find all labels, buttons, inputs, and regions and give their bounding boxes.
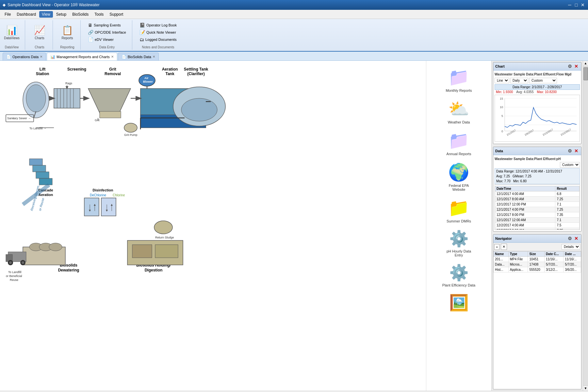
folder-reports-img[interactable]: 🖼️ — [439, 294, 479, 313]
data-table-row[interactable]: 12/2/2017 4:00 AM7.5 — [495, 223, 580, 228]
ribbon-col-notes: 📓 Operator Log Book 📝 Quick Note Viewer … — [138, 22, 179, 43]
navigator-delete-button[interactable]: ✕ — [501, 244, 507, 250]
tab-operations-close[interactable]: ✕ — [40, 55, 42, 58]
chart-range-select[interactable]: Custom Last 30 Days — [529, 78, 557, 83]
vertical-scrollbar[interactable]: ▲ ▼ — [583, 61, 588, 391]
menu-setup[interactable]: Setup — [54, 11, 69, 18]
navigator-add-button[interactable]: + — [494, 244, 499, 250]
close-button[interactable]: ✕ — [580, 2, 585, 8]
nav-cell-size: 10451 — [528, 257, 544, 262]
tab-management-reports[interactable]: 📊 Management Reports and Charts ✕ — [47, 53, 117, 60]
svg-text:15: 15 — [500, 97, 503, 100]
data-panel-title: Data — [495, 149, 503, 153]
navigator-details-select[interactable]: Details Icons — [562, 244, 580, 250]
navigator-settings-button[interactable]: ⚙ — [567, 236, 573, 241]
menu-dashboard[interactable]: Dashboard — [14, 11, 39, 18]
data-cell-result: 7.1 — [555, 218, 580, 223]
folder-summer-dmrs[interactable]: 📁 Summer DMRs — [439, 198, 479, 223]
menu-file[interactable]: File — [2, 11, 13, 18]
nav-table-row[interactable]: Data... Micros... 17408 5/7/20... 5/7/20… — [494, 262, 581, 267]
navigator-close-button[interactable]: ✕ — [573, 236, 579, 241]
svg-text:Tank: Tank — [165, 72, 174, 76]
monthly-reports-icon: 📁 — [448, 67, 469, 87]
folder-ph-hourly[interactable]: ⚙️ pH Hourly DataEntry — [439, 230, 479, 257]
svg-text:Grit: Grit — [109, 67, 116, 72]
quick-note-button[interactable]: 📝 Quick Note Viewer — [138, 29, 179, 36]
data-table-row[interactable]: 12/1/2017 8:00 PM7.35 — [495, 212, 580, 218]
charts-button[interactable]: 📈 Charts — [30, 24, 49, 41]
main-content: Lift Station Screening Grit Removal Aera… — [0, 61, 588, 391]
data-settings-button[interactable]: ⚙ — [567, 148, 573, 154]
sampling-events-label: Sampling Events — [94, 23, 121, 27]
chart-svg-container: 15 10 5 0 2/1/2017 2/8/2017 2/15/2017 2/… — [495, 95, 580, 142]
nav-cell-size: 17408 — [528, 262, 544, 267]
nav-cell-name: Data... — [494, 262, 509, 267]
ribbon-group-dataentry: 🖥 Sampling Events 🔗 OPC/DDE Interface 📄 … — [86, 20, 132, 50]
scroll-down-button[interactable]: ▼ — [583, 385, 588, 391]
ribbon-items-notes: 📓 Operator Log Book 📝 Quick Note Viewer … — [138, 20, 179, 44]
navigator-toolbar: + ✕ Details Icons — [493, 243, 581, 251]
folder-annual-reports[interactable]: 📁 Annual Reports — [439, 131, 479, 156]
data-table-row[interactable]: 12/1/2017 12:00 PM7.1 — [495, 202, 580, 207]
menu-view[interactable]: View — [39, 11, 53, 18]
data-table-scroll[interactable]: DateTime Result 12/1/2017 4:00 AM6.812/1… — [495, 184, 580, 230]
chart-close-button[interactable]: ✕ — [573, 63, 579, 69]
tab-management-close[interactable]: ✕ — [111, 55, 114, 58]
data-close-button[interactable]: ✕ — [573, 148, 579, 154]
svg-text:Aeration: Aeration — [162, 67, 178, 72]
tabs-bar: 📄 Operations Data ✕ 📊 Management Reports… — [0, 52, 588, 61]
nav-table-row[interactable]: 201... MP4 File 10451 11/16/... 11/16/..… — [494, 257, 581, 262]
nav-cell-type: Applica... — [508, 267, 528, 272]
data-range-select[interactable]: Custom — [560, 162, 580, 168]
data-table-row[interactable]: 12/2/2017 8:00 AM7.25 — [495, 228, 580, 230]
operator-logbook-button[interactable]: 📓 Operator Log Book — [138, 22, 179, 28]
tab-biosolids-data[interactable]: 📄 BioSolids Data ✕ — [118, 53, 159, 60]
nav-table-row[interactable]: Hist... Applica... 555520 3/12/2... 3/6/… — [494, 267, 581, 272]
folder-federal-epa[interactable]: 🌍 Federal EPAWebsite — [439, 162, 479, 191]
quick-note-icon: 📝 — [139, 30, 145, 35]
data-cell-result: 7.25 — [555, 207, 580, 212]
ribbon-group-dataview: 📊 DataViews DataView — [3, 20, 25, 50]
maximize-button[interactable]: □ — [574, 2, 579, 8]
weather-data-icon: ⛅ — [448, 99, 469, 119]
icons-area: 📁 Monthly Reports ⛅ Weather Data 📁 Annua… — [426, 61, 491, 391]
dataviews-button[interactable]: 📊 DataViews — [3, 24, 21, 41]
opc-dde-button[interactable]: 🔗 OPC/DDE Interface — [86, 29, 128, 36]
scroll-up-button[interactable]: ▲ — [583, 61, 588, 66]
folder-plant-efficiency[interactable]: ⚙️ Plant Efficiency Data — [439, 264, 479, 287]
ribbon-items-reporting: 📋 Reports — [58, 20, 76, 44]
logged-docs-button[interactable]: 🗂 Logged Documents — [138, 36, 179, 43]
svg-text:Sanitary Sewer →: Sanitary Sewer → — [7, 117, 31, 120]
svg-rect-46 — [29, 159, 42, 165]
edv-viewer-button[interactable]: 📄 eDV Viewer — [86, 36, 128, 43]
dataviews-label: DataViews — [4, 36, 20, 40]
chart-freq-select[interactable]: Daily Hourly — [510, 78, 528, 83]
data-cell-result: 7.5 — [555, 223, 580, 228]
data-table-row[interactable]: 12/1/2017 4:00 AM6.8 — [495, 191, 580, 197]
folder-weather-data[interactable]: ⛅ Weather Data — [439, 99, 479, 124]
ph-hourly-icon: ⚙️ — [449, 230, 469, 248]
minimize-button[interactable]: ─ — [567, 2, 572, 8]
folder-monthly-reports[interactable]: 📁 Monthly Reports — [439, 67, 479, 92]
navigator-table-container[interactable]: Name Type Size Date C... Date ... 201...… — [493, 251, 581, 389]
svg-text:Rags: Rags — [65, 82, 73, 85]
scroll-thumb[interactable] — [583, 67, 588, 80]
svg-text:Grit: Grit — [95, 119, 100, 122]
data-table-row[interactable]: 12/1/2017 12:00 AM7.1 — [495, 218, 580, 223]
chart-type-select[interactable]: Line Bar — [495, 78, 509, 83]
menu-biosolids[interactable]: BioSolids — [70, 11, 91, 18]
tab-biosolids-close[interactable]: ✕ — [153, 55, 155, 58]
ribbon-group-notes: 📓 Operator Log Book 📝 Quick Note Viewer … — [138, 20, 183, 50]
menu-support[interactable]: Support — [107, 11, 126, 18]
data-table-row[interactable]: 12/1/2017 8:00 AM7.25 — [495, 197, 580, 202]
svg-text:Station: Station — [36, 72, 49, 76]
reports-button[interactable]: 📋 Reports — [58, 24, 76, 41]
svg-rect-84 — [132, 245, 152, 258]
data-table-row[interactable]: 12/1/2017 4:00 PM7.25 — [495, 207, 580, 212]
tab-operations-data[interactable]: 📄 Operations Data ✕ — [3, 53, 46, 60]
sampling-events-button[interactable]: 🖥 Sampling Events — [86, 22, 128, 28]
data-cell-datetime: 12/2/2017 8:00 AM — [495, 228, 555, 230]
menu-tools[interactable]: Tools — [92, 11, 106, 18]
svg-rect-85 — [155, 245, 178, 258]
chart-settings-button[interactable]: ⚙ — [567, 63, 573, 69]
